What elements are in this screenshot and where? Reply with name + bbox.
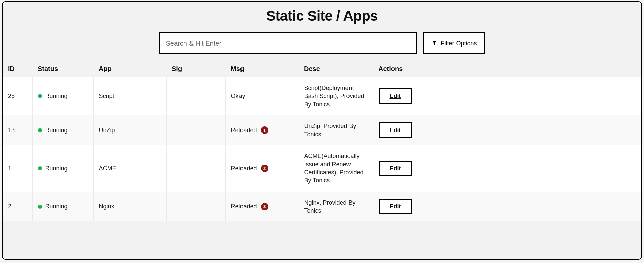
status-dot-icon xyxy=(38,128,42,132)
reload-count-badge: 3 xyxy=(261,203,268,210)
status-label: Running xyxy=(45,165,68,172)
cell-desc: Nginx, Provided By Tonics xyxy=(299,192,373,221)
col-header-sig: Sig xyxy=(166,61,225,77)
msg-cell: Okay xyxy=(231,93,293,100)
cell-sig xyxy=(166,192,225,221)
col-header-actions: Actions xyxy=(373,61,641,77)
msg-cell: Reloaded 3 xyxy=(231,203,293,210)
cell-app: Script xyxy=(93,77,166,115)
status-dot-icon xyxy=(38,166,42,170)
col-header-app: App xyxy=(93,61,166,77)
cell-id: 2 xyxy=(3,192,32,221)
table-row: 1 Running ACME Reloaded 2 ACME(Automatic… xyxy=(3,145,641,192)
table-row: 13 Running UnZip Reloaded 1 UnZip, Provi… xyxy=(3,115,641,145)
status-cell: Running xyxy=(38,127,88,134)
cell-app: Nginx xyxy=(93,192,166,221)
reload-count-badge: 2 xyxy=(261,165,268,172)
reload-count-badge: 1 xyxy=(261,126,268,134)
status-cell: Running xyxy=(38,93,88,100)
apps-table: ID Status App Sig Msg Desc Actions 25 Ru… xyxy=(3,61,641,221)
cell-app: ACME xyxy=(93,145,166,192)
status-label: Running xyxy=(45,127,68,134)
funnel-icon xyxy=(431,39,437,48)
col-header-status: Status xyxy=(32,61,93,77)
edit-button[interactable]: Edit xyxy=(379,122,412,138)
cell-desc: ACME(Automatically Issue and Renew Certi… xyxy=(299,145,373,192)
cell-id: 13 xyxy=(3,115,32,145)
status-label: Running xyxy=(45,93,68,100)
msg-text: Okay xyxy=(231,93,245,100)
msg-text: Reloaded xyxy=(231,127,257,134)
status-cell: Running xyxy=(38,165,88,172)
search-input[interactable] xyxy=(159,32,417,54)
msg-cell: Reloaded 1 xyxy=(231,126,293,134)
page-title: Static Site / Apps xyxy=(3,2,641,32)
filter-options-button[interactable]: Filter Options xyxy=(423,32,485,54)
cell-id: 25 xyxy=(3,77,32,115)
apps-table-body: 25 Running Script Okay Script(Deployment… xyxy=(3,77,641,222)
cell-desc: Script(Deployment Bash Script), Provided… xyxy=(299,77,373,115)
search-row: Filter Options xyxy=(3,32,641,61)
status-cell: Running xyxy=(38,203,88,210)
col-header-id: ID xyxy=(3,61,32,77)
status-dot-icon xyxy=(38,205,42,209)
status-dot-icon xyxy=(38,94,42,98)
cell-id: 1 xyxy=(3,145,32,192)
edit-button[interactable]: Edit xyxy=(379,88,412,104)
cell-sig xyxy=(166,145,225,192)
msg-text: Reloaded xyxy=(231,203,257,210)
msg-cell: Reloaded 2 xyxy=(231,165,293,172)
cell-sig xyxy=(166,115,225,145)
cell-sig xyxy=(166,77,225,115)
status-label: Running xyxy=(45,203,68,210)
cell-app: UnZip xyxy=(93,115,166,145)
edit-button[interactable]: Edit xyxy=(379,161,412,176)
table-row: 2 Running Nginx Reloaded 3 Nginx, Provid… xyxy=(3,192,641,221)
filter-options-label: Filter Options xyxy=(441,40,477,47)
table-row: 25 Running Script Okay Script(Deployment… xyxy=(3,77,641,115)
edit-button[interactable]: Edit xyxy=(379,199,412,214)
msg-text: Reloaded xyxy=(231,165,257,172)
cell-desc: UnZip, Provided By Tonics xyxy=(299,115,373,145)
col-header-msg: Msg xyxy=(225,61,299,77)
col-header-desc: Desc xyxy=(299,61,373,77)
